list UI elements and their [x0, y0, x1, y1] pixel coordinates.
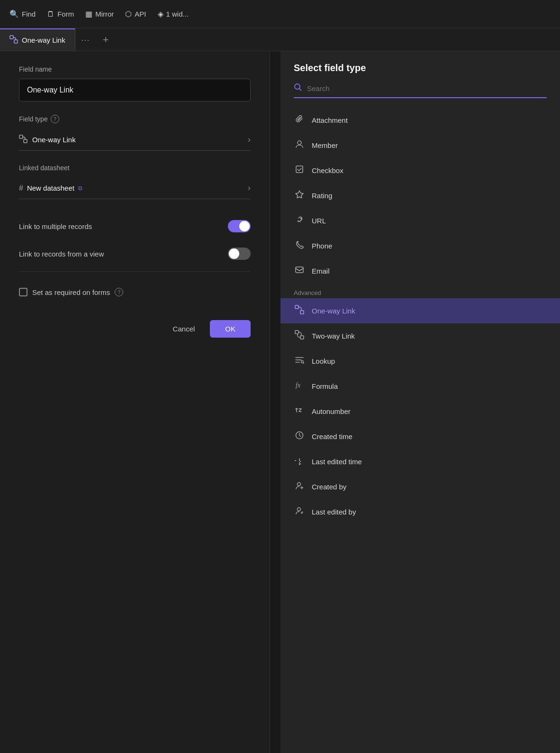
- linked-datasheet-selector[interactable]: # New datasheet ⧉ ›: [19, 177, 251, 199]
- type-item-created-by[interactable]: Created by: [280, 474, 560, 499]
- last-edited-time-label: Last edited time: [312, 458, 362, 466]
- field-type-help-icon[interactable]: ?: [51, 115, 59, 123]
- cancel-button[interactable]: Cancel: [165, 320, 203, 338]
- background-gap: [270, 51, 280, 753]
- widget-button[interactable]: ◈ 1 wid...: [158, 9, 189, 18]
- autonumber-label: Autonumber: [312, 407, 351, 415]
- tab-icon: [9, 35, 18, 45]
- svg-rect-8: [295, 305, 298, 309]
- mirror-button[interactable]: ▦ Mirror: [85, 9, 114, 18]
- field-type-label-text: Field type: [19, 115, 48, 123]
- link-from-view-label: Link to records from a view: [19, 250, 104, 258]
- type-selector-panel: Select field type Attachment: [280, 51, 560, 753]
- form-button[interactable]: 🗒 Form: [47, 10, 74, 18]
- linked-datasheet-value: New datasheet: [27, 184, 74, 192]
- svg-rect-9: [300, 311, 304, 314]
- last-edited-time-icon: [294, 456, 305, 468]
- find-icon: 🔍: [9, 9, 19, 18]
- svg-rect-11: [300, 336, 304, 339]
- link-from-view-toggle-knob: [229, 248, 239, 259]
- created-time-label: Created time: [312, 432, 352, 441]
- svg-rect-10: [295, 331, 298, 334]
- field-type-label-row: Field type ?: [19, 115, 251, 123]
- created-by-icon: [294, 481, 305, 493]
- member-label: Member: [312, 141, 338, 149]
- type-item-checkbox[interactable]: Checkbox: [280, 158, 560, 183]
- type-item-phone[interactable]: Phone: [280, 233, 560, 258]
- type-item-last-edited-time[interactable]: Last edited time: [280, 449, 560, 474]
- field-type-selector-inner: One-way Link: [19, 135, 76, 145]
- formula-label: Formula: [312, 382, 338, 390]
- type-item-url[interactable]: URL: [280, 208, 560, 233]
- linked-datasheet-inner: # New datasheet ⧉: [19, 184, 82, 193]
- form-icon: 🗒: [47, 10, 54, 18]
- divider-1: [19, 271, 251, 272]
- type-item-formula[interactable]: fx Formula: [280, 374, 560, 399]
- advanced-section-label: Advanced: [280, 284, 560, 298]
- field-type-icon: [19, 135, 27, 145]
- member-icon: [294, 139, 305, 151]
- phone-icon: [294, 240, 305, 252]
- link-from-view-toggle[interactable]: [228, 248, 251, 260]
- required-help-icon[interactable]: ?: [115, 288, 123, 296]
- svg-text:fx: fx: [296, 382, 301, 389]
- type-item-autonumber[interactable]: Autonumber: [280, 399, 560, 424]
- search-icon: [294, 83, 302, 93]
- formula-icon: fx: [294, 380, 305, 392]
- link-multiple-toggle[interactable]: [228, 220, 251, 232]
- type-item-twoway-link[interactable]: Two-way Link: [280, 323, 560, 349]
- type-item-lookup[interactable]: Lookup: [280, 349, 560, 374]
- type-item-last-edited-by[interactable]: Last edited by: [280, 499, 560, 524]
- lookup-label: Lookup: [312, 357, 335, 365]
- api-icon: ⬡: [125, 9, 132, 18]
- link-from-view-row: Link to records from a view: [19, 240, 251, 267]
- svg-rect-3: [24, 139, 27, 143]
- field-name-label: Field name: [19, 65, 251, 73]
- type-item-created-time[interactable]: Created time: [280, 424, 560, 449]
- autonumber-icon: [294, 405, 305, 417]
- type-item-member[interactable]: Member: [280, 133, 560, 158]
- svg-rect-0: [10, 36, 13, 39]
- search-input[interactable]: [307, 84, 547, 92]
- api-button[interactable]: ⬡ API: [125, 9, 146, 18]
- add-tab-button[interactable]: +: [95, 28, 117, 51]
- ok-button[interactable]: OK: [210, 320, 251, 338]
- main-area: Field name Field type ? One-way Link › L…: [0, 51, 560, 753]
- oneway-link-icon: [294, 305, 305, 317]
- svg-rect-2: [19, 135, 23, 138]
- lookup-icon: [294, 355, 305, 367]
- external-link-icon: ⧉: [78, 185, 82, 192]
- link-multiple-label: Link to multiple records: [19, 222, 92, 230]
- type-item-oneway-link[interactable]: One-way Link: [280, 298, 560, 323]
- svg-point-16: [298, 508, 301, 511]
- widget-icon: ◈: [158, 9, 163, 18]
- linked-datasheet-chevron-icon: ›: [248, 183, 251, 193]
- type-item-email[interactable]: Email: [280, 258, 560, 284]
- toolbar: 🔍 Find 🗒 Form ▦ Mirror ⬡ API ◈ 1 wid...: [0, 0, 560, 28]
- required-label: Set as required on forms: [32, 288, 110, 296]
- field-type-chevron-icon: ›: [248, 135, 251, 145]
- field-editor-panel: Field name Field type ? One-way Link › L…: [0, 51, 270, 753]
- field-type-selector[interactable]: One-way Link ›: [19, 129, 251, 151]
- field-name-input[interactable]: [19, 79, 251, 101]
- attachment-label: Attachment: [312, 116, 348, 124]
- required-checkbox[interactable]: [19, 288, 27, 296]
- tab-more-button[interactable]: ⋯: [75, 28, 95, 51]
- twoway-link-label: Two-way Link: [312, 332, 355, 340]
- rating-label: Rating: [312, 192, 332, 200]
- find-button[interactable]: 🔍 Find: [9, 9, 36, 18]
- svg-point-15: [298, 483, 301, 486]
- type-item-attachment[interactable]: Attachment: [280, 108, 560, 133]
- action-row: Cancel OK: [19, 320, 251, 338]
- checkbox-label: Checkbox: [312, 166, 343, 174]
- type-item-rating[interactable]: Rating: [280, 183, 560, 208]
- checkbox-icon: [294, 165, 305, 176]
- tab-label: One-way Link: [22, 36, 65, 44]
- field-type-current-label: One-way Link: [32, 136, 76, 144]
- active-tab[interactable]: One-way Link: [0, 28, 75, 51]
- link-multiple-toggle-knob: [239, 221, 250, 231]
- tabbar: One-way Link ⋯ +: [0, 28, 560, 51]
- svg-point-5: [298, 141, 301, 145]
- datasheet-hash-icon: #: [19, 184, 23, 193]
- email-label: Email: [312, 267, 330, 275]
